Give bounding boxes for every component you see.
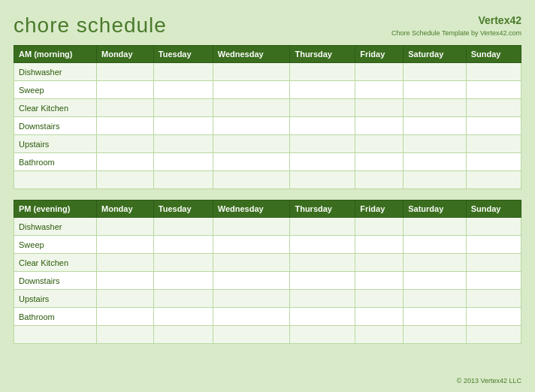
chore-cell[interactable] — [213, 218, 290, 236]
chore-cell[interactable] — [153, 290, 213, 308]
chore-cell[interactable] — [213, 99, 290, 117]
chore-cell[interactable] — [97, 254, 154, 272]
chore-cell[interactable] — [153, 63, 213, 81]
chore-cell[interactable] — [97, 308, 154, 326]
chore-cell[interactable] — [355, 153, 404, 171]
chore-cell[interactable] — [213, 272, 290, 290]
chore-cell[interactable] — [153, 254, 213, 272]
chore-cell[interactable] — [404, 290, 466, 308]
chore-cell[interactable] — [153, 308, 213, 326]
header: chore schedule Vertex42 Chore Schedule T… — [14, 14, 521, 38]
chore-cell[interactable] — [153, 153, 213, 171]
chore-cell[interactable] — [97, 135, 154, 153]
chore-cell[interactable] — [404, 81, 466, 99]
chore-cell[interactable] — [153, 81, 213, 99]
chore-cell[interactable] — [213, 308, 290, 326]
chore-cell[interactable] — [466, 308, 521, 326]
chore-cell[interactable] — [466, 218, 521, 236]
chore-cell[interactable] — [404, 153, 466, 171]
chore-cell[interactable] — [466, 117, 521, 135]
chore-cell[interactable] — [404, 254, 466, 272]
chore-cell[interactable] — [97, 117, 154, 135]
chore-cell[interactable] — [404, 308, 466, 326]
chore-cell[interactable] — [355, 236, 404, 254]
chore-cell[interactable] — [153, 326, 213, 344]
chore-cell[interactable] — [355, 290, 404, 308]
chore-cell[interactable] — [213, 153, 290, 171]
chore-cell[interactable] — [290, 290, 355, 308]
chore-cell[interactable] — [466, 272, 521, 290]
chore-cell[interactable] — [97, 290, 154, 308]
chore-cell[interactable] — [213, 254, 290, 272]
chore-cell[interactable] — [97, 171, 154, 189]
chore-cell[interactable] — [213, 236, 290, 254]
chore-cell[interactable] — [97, 153, 154, 171]
chore-cell[interactable] — [153, 99, 213, 117]
chore-cell[interactable] — [355, 63, 404, 81]
chore-cell[interactable] — [404, 63, 466, 81]
chore-cell[interactable] — [355, 81, 404, 99]
chore-cell[interactable] — [290, 218, 355, 236]
chore-cell[interactable] — [404, 218, 466, 236]
chore-cell[interactable] — [290, 326, 355, 344]
chore-cell[interactable] — [290, 81, 355, 99]
chore-cell[interactable] — [213, 326, 290, 344]
chore-cell[interactable] — [213, 81, 290, 99]
chore-cell[interactable] — [466, 254, 521, 272]
chore-cell[interactable] — [213, 135, 290, 153]
chore-cell[interactable] — [290, 99, 355, 117]
chore-cell[interactable] — [355, 272, 404, 290]
chore-cell[interactable] — [404, 326, 466, 344]
chore-cell[interactable] — [466, 290, 521, 308]
chore-cell[interactable] — [404, 236, 466, 254]
chore-cell[interactable] — [290, 308, 355, 326]
chore-cell[interactable] — [355, 117, 404, 135]
chore-cell[interactable] — [355, 135, 404, 153]
chore-cell[interactable] — [355, 99, 404, 117]
chore-cell[interactable] — [213, 117, 290, 135]
chore-cell[interactable] — [97, 81, 154, 99]
chore-cell[interactable] — [290, 254, 355, 272]
chore-cell[interactable] — [355, 308, 404, 326]
chore-cell[interactable] — [97, 63, 154, 81]
chore-cell[interactable] — [290, 236, 355, 254]
chore-cell[interactable] — [290, 153, 355, 171]
chore-label: Upstairs — [14, 290, 97, 308]
chore-cell[interactable] — [290, 135, 355, 153]
chore-cell[interactable] — [213, 290, 290, 308]
chore-cell[interactable] — [466, 135, 521, 153]
chore-cell[interactable] — [466, 99, 521, 117]
chore-cell[interactable] — [466, 171, 521, 189]
chore-cell[interactable] — [213, 171, 290, 189]
chore-cell[interactable] — [290, 171, 355, 189]
chore-cell[interactable] — [466, 236, 521, 254]
chore-cell[interactable] — [355, 171, 404, 189]
chore-cell[interactable] — [466, 63, 521, 81]
chore-cell[interactable] — [355, 218, 404, 236]
chore-cell[interactable] — [404, 171, 466, 189]
chore-cell[interactable] — [466, 326, 521, 344]
chore-cell[interactable] — [290, 117, 355, 135]
chore-cell[interactable] — [404, 135, 466, 153]
chore-cell[interactable] — [153, 117, 213, 135]
chore-cell[interactable] — [466, 153, 521, 171]
chore-cell[interactable] — [153, 218, 213, 236]
chore-cell[interactable] — [404, 117, 466, 135]
chore-cell[interactable] — [97, 99, 154, 117]
chore-cell[interactable] — [97, 272, 154, 290]
chore-cell[interactable] — [153, 236, 213, 254]
chore-cell[interactable] — [355, 254, 404, 272]
chore-cell[interactable] — [153, 135, 213, 153]
chore-cell[interactable] — [213, 63, 290, 81]
chore-cell[interactable] — [97, 218, 154, 236]
chore-cell[interactable] — [404, 99, 466, 117]
chore-cell[interactable] — [290, 63, 355, 81]
chore-cell[interactable] — [404, 272, 466, 290]
chore-cell[interactable] — [97, 236, 154, 254]
chore-cell[interactable] — [290, 272, 355, 290]
chore-cell[interactable] — [466, 81, 521, 99]
chore-cell[interactable] — [97, 326, 154, 344]
chore-cell[interactable] — [355, 326, 404, 344]
chore-cell[interactable] — [153, 171, 213, 189]
chore-cell[interactable] — [153, 272, 213, 290]
